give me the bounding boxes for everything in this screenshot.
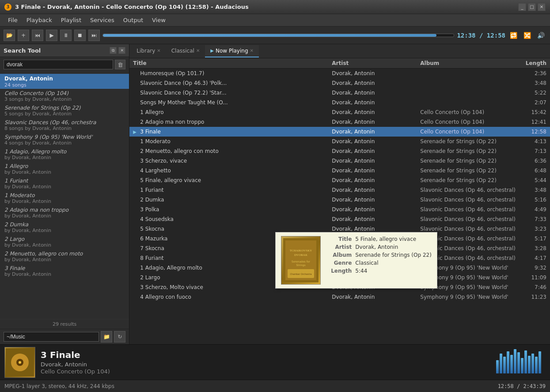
tooltip-length-label: Length [330, 268, 352, 274]
tab-classical-close[interactable]: ✕ [196, 48, 200, 53]
playlist-row-8[interactable]: 2 Menuetto, allegro con motoDvorak, Anto… [129, 146, 550, 156]
playlist-row-9[interactable]: 3 Scherzo, vivaceDvorak, AntoninSerenade… [129, 156, 550, 166]
search-results: Dvorak, Antonin 24 songs Cello Concerto … [0, 72, 129, 319]
result-item-slavonic-dances[interactable]: Slavonic Dances (Op 46, orchestra 8 song… [0, 118, 129, 133]
tooltip-artist-label: Artist [330, 244, 352, 250]
playlist-row-13[interactable]: 2 DumkaDvorak, AntoninSlavonic Dances (O… [129, 195, 550, 205]
playlist-panel: Library ✕ Classical ✕ ▶ Now Playing ✕ Ti… [129, 44, 550, 344]
volume-button[interactable]: 🔊 [535, 31, 546, 40]
row-artist-15: Dvorak, Antonin [332, 216, 420, 222]
tooltip-length-value: 5:44 [355, 268, 367, 274]
progress-bar[interactable] [102, 34, 454, 37]
row-artist-3: Dvorak, Antonin [332, 99, 420, 106]
search-close-button[interactable]: ✕ [118, 47, 125, 54]
vis-bar-3 [507, 351, 509, 373]
row-title-9: 3 Scherzo, vivace [140, 158, 332, 164]
status-bar: MPEG-1 layer 3, stereo, 44 kHz, 244 kbps… [0, 380, 550, 392]
menu-playlist[interactable]: Playlist [57, 15, 86, 25]
tab-library-close[interactable]: ✕ [157, 48, 160, 53]
tooltip-genre-label: Genre [330, 260, 352, 266]
menu-output[interactable]: Output [119, 15, 148, 25]
row-length-11: 5:44 [516, 177, 546, 183]
refresh-button[interactable]: ↻ [114, 331, 125, 343]
menu-services[interactable]: Services [86, 15, 119, 25]
search-input[interactable] [4, 60, 113, 69]
row-title-14: 3 Polka [140, 206, 332, 213]
result-item-symphony9[interactable]: Symphony 9 (Op 95) 'New World' 4 songs b… [0, 133, 129, 147]
result-item-adagio-non-troppo[interactable]: 2 Adagio ma non troppo by Dvorak, Antoni… [0, 206, 129, 220]
pause-button[interactable]: ⏸ [60, 30, 72, 41]
menu-view[interactable]: View [148, 15, 170, 25]
playlist-row-12[interactable]: 1 FuriantDvorak, AntoninSlavonic Dances … [129, 185, 550, 195]
result-item-finale[interactable]: 3 Finale by Dvorak, Antonin [0, 264, 129, 278]
result-item-largo[interactable]: 2 Largo by Dvorak, Antonin [0, 235, 129, 249]
row-album-8: Serenade for Strings (Op 22) [420, 148, 516, 154]
result-item-cello-concerto[interactable]: Cello Concerto (Op 104) 3 songs by Dvora… [0, 89, 129, 103]
vis-bar-7 [521, 358, 523, 373]
playlist-row-1[interactable]: Slavonic Dance (Op 46.3) 'Polk...Dvorak,… [129, 78, 550, 88]
status-codec: MPEG-1 layer 3, stereo, 44 kHz, 244 kbps [4, 383, 498, 389]
result-item-moderato[interactable]: 1 Moderato by Dvorak, Antonin [0, 191, 129, 206]
playlist-row-3[interactable]: Songs My Mother Taught Me (O...Dvorak, A… [129, 98, 550, 107]
row-title-16: 5 Skocna [140, 226, 332, 232]
maximize-button[interactable]: □ [528, 3, 536, 11]
row-album-14: Slavonic Dances (Op 46, orchestral) [420, 206, 516, 213]
close-button[interactable]: ✕ [538, 3, 546, 11]
playlist-row-4[interactable]: 1 AllegroDvorak, AntoninCello Concerto (… [129, 107, 550, 117]
open-button[interactable]: 📂 [4, 30, 15, 41]
repeat-button[interactable]: 🔁 [508, 31, 519, 40]
playlist-row-0[interactable]: Humoresque (Op 101.7)Dvorak, Antonin2:36 [129, 69, 550, 78]
playlist-row-11[interactable]: 5 Finale, allegro vivaceDvorak, AntoninS… [129, 175, 550, 185]
result-item-menuetto[interactable]: 2 Menuetto, allegro con moto by Dvorak, … [0, 249, 129, 264]
add-button[interactable]: + [18, 30, 29, 41]
result-item-allegro[interactable]: 1 Allegro by Dvorak, Antonin [0, 162, 129, 176]
result-group-dvorak-antonin[interactable]: Dvorak, Antonin 24 songs [0, 74, 129, 89]
row-length-9: 6:36 [516, 158, 546, 164]
row-artist-8: Dvorak, Antonin [332, 148, 420, 154]
playlist-content: Humoresque (Op 101.7)Dvorak, Antonin2:36… [129, 69, 550, 344]
row-length-22: 7:46 [516, 284, 546, 290]
playlist-row-6[interactable]: ▶3 FinaleDvorak, AntoninCello Concerto (… [129, 127, 550, 137]
tab-now-playing[interactable]: ▶ Now Playing ✕ [205, 45, 259, 57]
row-length-8: 7:13 [516, 148, 546, 154]
visualizer [496, 351, 546, 373]
playlist-row-7[interactable]: 1 ModeratoDvorak, AntoninSerenade for St… [129, 137, 550, 146]
browse-folder-button[interactable]: 📁 [101, 331, 112, 343]
result-item-adagio-allegro[interactable]: 1 Adagio, Allegro molto by Dvorak, Anton… [0, 147, 129, 162]
stop-button[interactable]: ⏹ [74, 30, 86, 41]
row-album-7: Serenade for Strings (Op 22) [420, 138, 516, 145]
next-button[interactable]: ⏭ [88, 30, 100, 41]
tab-classical[interactable]: Classical ✕ [166, 45, 205, 57]
minimize-button[interactable]: _ [518, 3, 526, 11]
row-title-15: 4 Sousedska [140, 216, 332, 222]
result-item-dumka[interactable]: 2 Dumka by Dvorak, Antonin [0, 220, 129, 235]
search-clear-button[interactable]: 🗑 [115, 60, 125, 69]
vis-bar-4 [510, 355, 513, 373]
tooltip-album-value: Serenade for Strings (Op 22) [355, 252, 432, 258]
result-item-furiant[interactable]: 1 Furiant by Dvorak, Antonin [0, 176, 129, 191]
play-button[interactable]: ▶ [46, 30, 57, 41]
playlist-row-2[interactable]: Slavonic Dance (Op 72.2) 'Star...Dvorak,… [129, 88, 550, 98]
menu-playback[interactable]: Playback [22, 15, 57, 25]
row-title-1: Slavonic Dance (Op 46.3) 'Polk... [140, 80, 332, 86]
now-playing-bar: 3 Finale Dvorak, Antonin Cello Concerto … [0, 344, 550, 380]
vis-bar-0 [496, 360, 499, 373]
folder-path-input[interactable] [4, 332, 99, 342]
row-album-6: Cello Concerto (Op 104) [420, 129, 516, 135]
playlist-row-15[interactable]: 4 SousedskaDvorak, AntoninSlavonic Dance… [129, 214, 550, 224]
shuffle-button[interactable]: 🔀 [522, 31, 533, 40]
now-playing-artist: Dvorak, Antonin [41, 361, 491, 368]
playlist-row-14[interactable]: 3 PolkaDvorak, AntoninSlavonic Dances (O… [129, 205, 550, 214]
row-length-14: 4:49 [516, 206, 546, 213]
menu-file[interactable]: File [4, 15, 22, 25]
playlist-row-5[interactable]: 2 Adagio ma non troppoDvorak, AntoninCel… [129, 117, 550, 127]
result-item-serenade-strings[interactable]: Serenade for Strings (Op 22) 5 songs by … [0, 103, 129, 118]
playlist-row-10[interactable]: 4 LarghettoDvorak, AntoninSerenade for S… [129, 166, 550, 175]
row-album-10: Serenade for Strings (Op 22) [420, 167, 516, 174]
playlist-row-23[interactable]: 4 Allegro con fuocoDvorak, AntoninSympho… [129, 292, 550, 302]
search-restore-button[interactable]: ⧉ [110, 47, 117, 54]
row-artist-0: Dvorak, Antonin [332, 70, 420, 76]
tab-library[interactable]: Library ✕ [131, 45, 166, 57]
tab-now-playing-close[interactable]: ✕ [250, 48, 254, 53]
prev-button[interactable]: ⏮ [32, 30, 43, 41]
